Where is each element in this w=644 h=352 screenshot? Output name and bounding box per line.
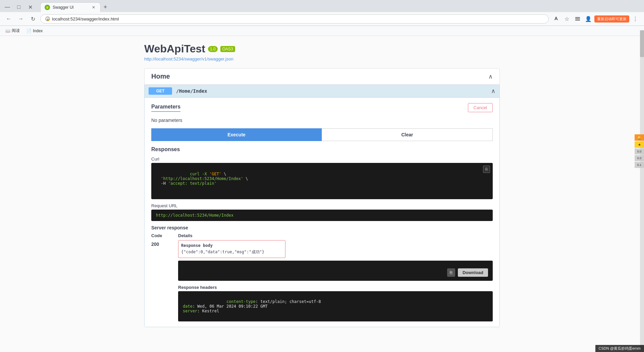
right-panel-item-3[interactable]: 0.0 (635, 148, 644, 155)
response-body-content: {"code":0,"data":true,"msg":"成功"} (181, 249, 282, 255)
content-type-val: : text/plain; charset=utf-8 (256, 299, 321, 304)
curl-code-block: curl -X 'GET' \ 'http://localhost:5234/H… (151, 163, 493, 199)
content-type-key: content-type (226, 299, 256, 304)
right-panel: 🔔 ★ 0.0 0.0 0.1 (635, 134, 644, 168)
bookmarks-bar: 📖 阅读 📄 Index (0, 26, 644, 36)
server-response-section: Server response Code Details 200 Respons… (151, 225, 493, 321)
toolbar-icons: A ☆ 👤 重新启动即可更新 ⋮ (551, 14, 640, 24)
response-details: Response body {"code":0,"data":true,"msg… (178, 240, 493, 321)
response-table-header: Code Details (151, 233, 493, 238)
browser-titlebar: — □ ✕ S Swagger UI ✕ + (0, 0, 644, 12)
action-buttons: Execute Clear (151, 128, 493, 141)
address-bar[interactable]: 🔒 localhost:5234/swagger/index.html (40, 14, 549, 24)
scrollbar[interactable] (640, 30, 644, 352)
right-panel-item-4[interactable]: 0.0 (635, 155, 644, 161)
sidebar-icon[interactable] (573, 14, 582, 24)
cancel-button[interactable]: Cancel (468, 103, 493, 112)
new-tab-button[interactable]: + (101, 3, 110, 12)
bottom-bar: CSDN @黄瓜炒鸡蛋ernm (595, 345, 644, 352)
minimize-button[interactable]: — (3, 2, 12, 12)
curl-method: curl -X (190, 172, 209, 176)
server-response-title: Server response (151, 225, 493, 230)
server-key: server (183, 309, 197, 313)
profile-icon[interactable]: 👤 (584, 14, 593, 24)
index-bookmark-icon: 📄 (26, 29, 32, 33)
svg-text:🔒: 🔒 (46, 17, 50, 21)
date-key: date (183, 304, 193, 309)
params-title: Parameters (151, 104, 180, 112)
curl-label: Curl (151, 157, 493, 162)
update-button[interactable]: 重新启动即可更新 (594, 15, 629, 23)
no-params-label: No parameters (151, 118, 493, 123)
tab-favicon: S (45, 5, 50, 10)
copy-curl-button[interactable]: ⎘ (483, 166, 490, 173)
browser-toolbar: ← → ↻ 🔒 localhost:5234/swagger/index.htm… (0, 12, 644, 26)
bookmark-icon[interactable]: ☆ (562, 14, 572, 24)
response-body-box: Response body {"code":0,"data":true,"msg… (178, 240, 285, 258)
response-row: 200 Response body {"code":0,"data":true,… (151, 240, 493, 321)
scroll-thumb[interactable] (640, 30, 644, 57)
swagger-header: WebApiTest 1.0 OAS3 http://localhost:523… (144, 43, 500, 61)
response-code: 200 (151, 240, 171, 247)
endpoint-body: Parameters Cancel No parameters Execute … (145, 98, 499, 327)
page-content: WebApiTest 1.0 OAS3 http://localhost:523… (0, 36, 644, 352)
home-section-header[interactable]: Home ∧ (144, 68, 500, 85)
endpoint-header[interactable]: GET /Home/Index ∧ (145, 85, 499, 98)
swagger-title-row: WebApiTest 1.0 OAS3 (144, 43, 500, 55)
browser-controls: — □ ✕ (3, 2, 35, 12)
svg-rect-5 (575, 17, 580, 18)
section-collapse-icon[interactable]: ∧ (488, 73, 493, 80)
browser-tab-swagger[interactable]: S Swagger UI ✕ (40, 2, 101, 12)
forward-button[interactable]: → (16, 14, 25, 24)
tab-close-icon[interactable]: ✕ (91, 5, 96, 10)
clear-button[interactable]: Clear (322, 128, 493, 141)
section-title: Home (151, 73, 170, 80)
svg-text:A: A (554, 16, 558, 21)
server-val: : Kestrel (197, 309, 219, 313)
svg-rect-6 (575, 18, 580, 19)
tab-title: Swagger UI (53, 5, 74, 10)
bookmark-reading[interactable]: 📖 阅读 (4, 27, 21, 34)
maximize-button[interactable]: □ (14, 2, 23, 12)
curl-section: Curl curl -X 'GET' \ 'http://localhost:5… (151, 157, 493, 199)
reading-icon: 📖 (5, 29, 10, 33)
download-button[interactable]: Download (458, 268, 488, 277)
index-bookmark-label: Index (33, 29, 43, 33)
responses-section: Responses Curl curl -X 'GET' \ 'http://l… (151, 146, 493, 321)
translate-icon[interactable]: A (551, 14, 561, 24)
svg-rect-7 (575, 20, 580, 20)
curl-get-text: 'GET' (209, 172, 221, 176)
method-badge: GET (149, 87, 172, 95)
endpoint-path: /Home/Index (176, 88, 207, 94)
download-area: ⎘ Download (178, 261, 493, 281)
response-body-title: Response body (181, 243, 282, 248)
right-panel-item-1[interactable]: 🔔 (635, 134, 644, 141)
menu-icon[interactable]: ⋮ (631, 14, 640, 24)
curl-url-text: 'http://localhost:5234/Home/Index' (161, 176, 243, 181)
endpoint-collapse-icon[interactable]: ∧ (491, 87, 495, 95)
request-url-block: http://localhost:5234/Home/Index (151, 210, 493, 221)
back-button[interactable]: ← (4, 14, 13, 24)
close-button[interactable]: ✕ (25, 2, 35, 12)
code-header: Code (151, 233, 171, 238)
date-val: : Wed, 06 Mar 2024 09:10:22 GMT (193, 304, 268, 309)
responses-title: Responses (151, 146, 493, 152)
browser-chrome: — □ ✕ S Swagger UI ✕ + ← → ↻ 🔒 localhost… (0, 0, 644, 36)
curl-header-text: 'accept: text/plain' (168, 181, 217, 186)
execute-button[interactable]: Execute (151, 128, 322, 141)
bottom-bar-text: CSDN @黄瓜炒鸡蛋ernm (599, 346, 641, 350)
right-panel-item-2[interactable]: ★ (635, 141, 644, 148)
lock-icon: 🔒 (45, 16, 50, 21)
reload-button[interactable]: ↻ (28, 14, 38, 24)
swagger-app-title: WebApiTest (144, 43, 205, 55)
svg-text:S: S (46, 6, 48, 9)
bookmark-index[interactable]: 📄 Index (25, 28, 44, 34)
swagger-spec-link[interactable]: http://localhost:5234/swagger/v1/swagger… (144, 56, 500, 61)
details-header: Details (178, 233, 193, 238)
response-headers-block: content-type: text/plain; charset=utf-8 … (178, 291, 493, 321)
request-url-section: Request URL http://localhost:5234/Home/I… (151, 203, 493, 221)
reading-label: 阅读 (12, 28, 20, 34)
download-icon-button[interactable]: ⎘ (447, 268, 455, 277)
right-panel-item-5[interactable]: 0.1 (635, 162, 644, 168)
endpoint-container: GET /Home/Index ∧ Parameters Cancel No p… (144, 85, 500, 327)
